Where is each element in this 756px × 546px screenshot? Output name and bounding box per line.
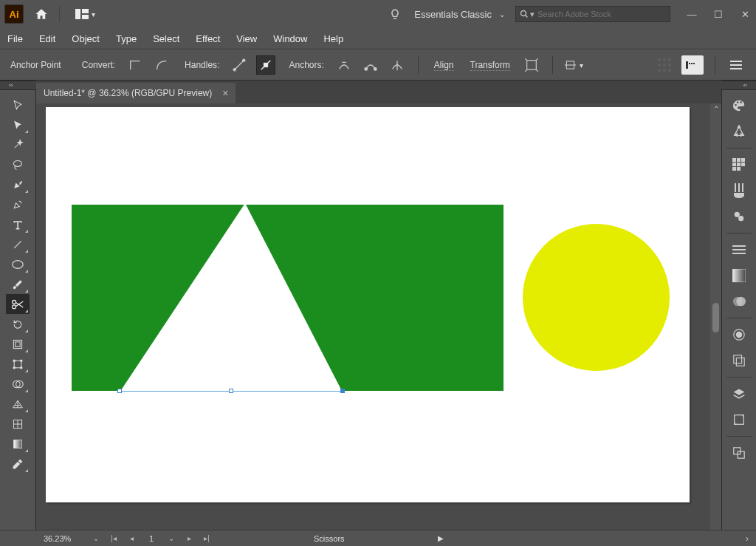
paintbrush-tool[interactable] — [6, 274, 30, 294]
discover-button[interactable] — [386, 5, 404, 23]
eyedropper-tool[interactable] — [6, 454, 30, 474]
menu-file[interactable]: File — [7, 33, 23, 44]
scissors-tool[interactable] — [6, 294, 30, 314]
document-tab[interactable]: Untitled-1* @ 36.23% (RGB/GPU Preview) × — [36, 83, 236, 103]
svg-point-11 — [365, 68, 368, 71]
shapebuilder-tool[interactable] — [6, 374, 30, 394]
close-button[interactable]: ✕ — [738, 9, 752, 20]
search-adobe-stock[interactable]: ▾ — [515, 6, 670, 22]
artboard-number[interactable]: 1 — [142, 534, 160, 543]
svg-line-16 — [536, 58, 538, 61]
direct-selection-tool[interactable] — [6, 115, 30, 134]
artboard-nav-dropdown[interactable]: ⌄ — [165, 533, 178, 545]
grid-icon[interactable] — [655, 55, 674, 75]
free-transform-tool[interactable] — [6, 354, 30, 374]
scroll-up-button[interactable]: ⌃ — [710, 103, 721, 114]
handles-hide-button[interactable] — [256, 55, 275, 75]
menu-help[interactable]: Help — [323, 33, 343, 44]
anchor-handle[interactable] — [117, 389, 122, 393]
line-tool[interactable] — [6, 234, 30, 254]
align-link[interactable]: Align — [434, 60, 454, 71]
document-tab-label: Untitled-1* @ 36.23% (RGB/GPU Preview) — [44, 88, 212, 98]
svg-line-17 — [525, 69, 527, 72]
align-to-button[interactable]: ▾ — [564, 55, 583, 75]
handles-show-button[interactable] — [230, 55, 249, 75]
width-tool[interactable] — [6, 334, 30, 354]
convert-corner-button[interactable] — [126, 55, 145, 75]
shape-triangle-cutout[interactable] — [120, 203, 343, 392]
shapes-panel[interactable] — [726, 442, 752, 464]
search-input[interactable] — [537, 10, 666, 18]
anchor-handle-selected[interactable] — [340, 389, 345, 393]
artboards-panel[interactable] — [726, 409, 752, 431]
home-button[interactable] — [31, 4, 52, 24]
isolate-button[interactable] — [522, 55, 541, 75]
artboard[interactable] — [46, 107, 690, 502]
artboard-last[interactable]: ▸| — [200, 533, 213, 545]
canvas[interactable]: ⌃ — [36, 103, 721, 530]
svg-rect-9 — [264, 63, 268, 66]
gradient-panel[interactable] — [726, 265, 752, 287]
remove-anchor-button[interactable] — [334, 55, 354, 75]
cut-path-button[interactable] — [388, 55, 407, 75]
artboard-first[interactable]: |◂ — [107, 533, 120, 545]
tab-close-button[interactable]: × — [222, 87, 228, 99]
panel-menu-button[interactable] — [726, 55, 746, 75]
left-expand-hint[interactable]: ›› — [0, 81, 36, 90]
transform-link[interactable]: Transform — [470, 60, 510, 71]
gradient-tool[interactable] — [6, 434, 30, 454]
maximize-button[interactable]: ☐ — [712, 9, 725, 20]
svg-line-18 — [536, 69, 538, 72]
menu-view[interactable]: View — [236, 33, 257, 44]
transparency-panel[interactable] — [726, 290, 752, 313]
svg-rect-30 — [686, 61, 688, 69]
vertical-scrollbar[interactable]: ⌃ — [710, 103, 721, 530]
magic-wand-tool[interactable] — [6, 134, 30, 154]
perspective-tool[interactable] — [6, 394, 30, 414]
menu-select[interactable]: Select — [153, 33, 179, 44]
connect-anchor-button[interactable] — [361, 55, 380, 75]
zoom-level[interactable]: 36.23% — [39, 534, 85, 543]
type-tool[interactable] — [6, 214, 30, 234]
scroll-thumb[interactable] — [712, 303, 719, 332]
layers-panel[interactable] — [726, 383, 752, 405]
curvature-tool[interactable] — [6, 194, 30, 214]
color-panel[interactable] — [726, 95, 752, 117]
menu-object[interactable]: Object — [72, 33, 100, 44]
brushes-panel[interactable] — [726, 180, 752, 202]
status-popup-button[interactable]: ▶ — [438, 534, 444, 542]
scroll-right-button[interactable]: › — [448, 533, 756, 544]
rotate-tool[interactable] — [6, 314, 30, 334]
menu-type[interactable]: Type — [116, 33, 137, 44]
lasso-tool[interactable] — [6, 154, 30, 174]
document-tabs: Untitled-1* @ 36.23% (RGB/GPU Preview) × — [36, 81, 721, 103]
workspace-switcher[interactable]: Essentials Classic⌄ — [414, 9, 505, 20]
pen-tool[interactable] — [6, 174, 30, 194]
zoom-dropdown[interactable]: ⌄ — [89, 533, 103, 545]
graphic-styles-panel[interactable] — [726, 349, 752, 372]
svg-rect-73 — [735, 183, 736, 192]
main-area: ›› Untitled-1* @ 36.23% (RG — [0, 81, 756, 530]
svg-rect-69 — [737, 163, 740, 166]
swatches-panel[interactable] — [726, 154, 752, 176]
selection-tool[interactable] — [6, 95, 30, 115]
menu-edit[interactable]: Edit — [39, 33, 55, 44]
color-guide-panel[interactable] — [726, 120, 752, 143]
shape-circle[interactable] — [523, 224, 670, 371]
svg-rect-78 — [732, 253, 746, 254]
symbols-panel[interactable] — [726, 205, 752, 228]
right-expand-hint[interactable]: ‹‹ — [721, 81, 756, 90]
menu-window[interactable]: Window — [273, 33, 307, 44]
convert-smooth-button[interactable] — [152, 55, 171, 75]
artboard-prev[interactable]: ◂ — [125, 533, 138, 545]
arrange-documents-button[interactable]: ▾ — [75, 4, 95, 24]
ellipse-tool[interactable] — [6, 254, 30, 274]
mesh-tool[interactable] — [6, 414, 30, 434]
menu-effect[interactable]: Effect — [196, 33, 220, 44]
anchor-handle[interactable] — [229, 389, 233, 393]
stroke-panel[interactable] — [726, 239, 752, 261]
appearance-panel[interactable] — [726, 324, 752, 346]
minimize-button[interactable]: — — [685, 9, 698, 20]
artboard-next[interactable]: ▸ — [182, 533, 196, 545]
snap-pixel-button[interactable] — [681, 55, 704, 75]
